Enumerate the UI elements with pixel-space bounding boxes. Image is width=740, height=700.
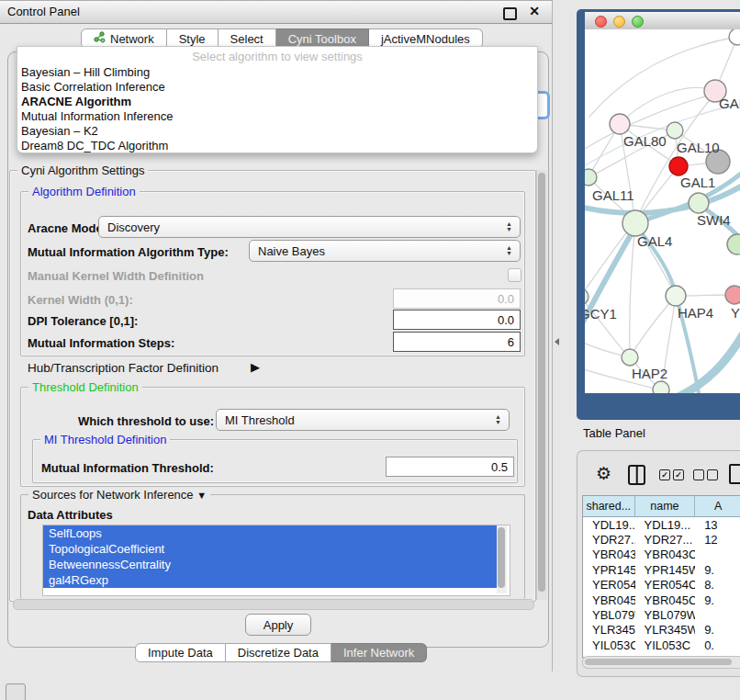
table-cell: 9. — [695, 623, 740, 638]
table-row[interactable]: YLR345WYLR345W9. — [583, 623, 740, 638]
network-node-label: SWI4 — [697, 212, 731, 228]
network-node-label: HAP2 — [632, 366, 667, 381]
network-node[interactable] — [622, 210, 648, 236]
deselect-all-icon[interactable] — [693, 469, 718, 480]
table-row[interactable]: YBL079WYBL079W — [583, 607, 740, 622]
network-node-label: GAL4 — [637, 233, 672, 249]
table-column-header[interactable]: shared... — [583, 496, 635, 517]
table-cell: 9. — [695, 562, 740, 577]
table-row[interactable]: YDR27...YDR27...12 — [583, 532, 740, 547]
network-node[interactable] — [689, 193, 709, 213]
data-attributes-list[interactable]: SelfLoopsTopologicalCoefficientBetweenne… — [42, 525, 510, 596]
network-node[interactable] — [585, 288, 589, 305]
close-traffic-light-icon[interactable] — [595, 16, 607, 28]
network-node-label: GAL — [719, 96, 740, 111]
table-row[interactable]: YIL053CYIL053C0. — [583, 638, 740, 652]
apply-button[interactable]: Apply — [245, 614, 311, 636]
tab-discretize-data[interactable]: Discretize Data — [226, 643, 331, 662]
table-column-header[interactable]: name — [635, 496, 696, 517]
table-cell: YPR145W — [635, 562, 696, 577]
mi-threshold-input[interactable]: 0.5 — [386, 457, 514, 477]
mi-steps-label: Mutual Information Steps: — [28, 336, 174, 350]
network-view-titlebar[interactable] — [585, 12, 740, 30]
network-view-window[interactable]: GALGAL80GAL10GAL1GAL11SWI4GAL4HAP4YGCY1H… — [577, 9, 740, 420]
network-node[interactable] — [653, 381, 669, 393]
network-node-label: Y — [731, 305, 740, 321]
table-cell: YBR045C — [635, 593, 696, 607]
dpi-tolerance-label: DPI Tolerance [0,1]: — [28, 314, 138, 328]
mi-threshold-definition-title: MI Threshold Definition — [40, 433, 170, 446]
threshold-definition-title: Threshold Definition — [28, 380, 142, 394]
table-cell: YDL19... — [583, 517, 635, 532]
network-node[interactable] — [725, 286, 740, 304]
tab-select-label: Select — [230, 32, 263, 46]
attributes-list-scrollbar[interactable] — [497, 525, 507, 593]
stepper-arrows-icon: ▲▼ — [499, 245, 520, 256]
dpi-tolerance-input[interactable]: 0.0 — [393, 310, 521, 330]
table-row[interactable]: YDL19...YDL19...13 — [583, 517, 740, 532]
network-node[interactable] — [669, 157, 688, 175]
table-cell: YIL053C — [635, 638, 696, 652]
algorithm-option[interactable]: Basic Correlation Inference — [21, 80, 533, 95]
columns-icon[interactable] — [628, 465, 645, 485]
table-cell: YER054C — [635, 578, 696, 593]
aracne-mode-value: Discovery — [107, 220, 160, 234]
table-row[interactable]: YPR145WYPR145W9. — [583, 562, 740, 577]
file-icon[interactable] — [729, 464, 740, 484]
tab-impute-data[interactable]: Impute Data — [135, 643, 226, 662]
minimize-traffic-light-icon[interactable] — [613, 16, 625, 28]
float-window-icon[interactable] — [503, 7, 517, 20]
algorithm-option[interactable]: Bayesian – Hill Climbing — [21, 65, 533, 80]
select-all-icon[interactable]: ✓✓ — [659, 469, 684, 480]
data-attribute-item[interactable]: TopologicalCoefficient — [43, 541, 499, 557]
collapse-down-icon[interactable]: ▼ — [196, 490, 207, 501]
control-panel-window: Control Panel ✕ Network Style — [0, 0, 553, 672]
close-icon[interactable]: ✕ — [529, 4, 540, 18]
aracne-mode-select[interactable]: Discovery ▲▼ — [98, 216, 521, 238]
data-attribute-item[interactable]: SelfLoops — [43, 525, 499, 541]
table-cell: YBR043C — [583, 548, 635, 562]
table-row[interactable]: YBR043CYBR043C — [583, 548, 740, 562]
network-node[interactable] — [666, 286, 686, 306]
network-node[interactable] — [610, 114, 630, 134]
expand-right-icon[interactable]: ▶ — [251, 360, 260, 374]
stepper-arrows-icon: ▲▼ — [488, 414, 509, 425]
settings-scrollbar[interactable] — [536, 170, 547, 600]
data-attribute-item[interactable]: BetweennessCentrality — [43, 557, 499, 572]
algorithm-option[interactable]: Mutual Information Inference — [21, 109, 533, 124]
algorithm-option[interactable]: Bayesian – K2 — [21, 124, 533, 139]
zoom-traffic-light-icon[interactable] — [632, 16, 644, 28]
gear-icon[interactable]: ⚙ — [596, 463, 611, 484]
table-row[interactable]: YBR045CYBR045C9. — [583, 593, 740, 607]
network-node[interactable] — [585, 169, 597, 186]
algorithm-definition-title: Algorithm Definition — [28, 185, 140, 198]
network-node[interactable] — [727, 234, 740, 254]
node-table: shared...nameA YDL19...YDL19...13YDR27..… — [582, 495, 740, 658]
which-threshold-select[interactable]: MI Threshold ▲▼ — [216, 409, 510, 431]
apply-button-label: Apply — [263, 618, 294, 632]
algorithm-option[interactable]: Dream8 DC_TDC Algorithm — [21, 139, 533, 153]
network-node[interactable] — [729, 29, 740, 45]
tab-infer-network[interactable]: Infer Network — [331, 643, 427, 662]
table-cell — [695, 548, 740, 562]
algorithm-option[interactable]: ARACNE Algorithm — [21, 95, 533, 109]
mi-algorithm-type-select[interactable]: Naive Bayes ▲▼ — [249, 240, 521, 262]
kernel-width-value: 0.0 — [498, 292, 514, 306]
collapsed-panel-button[interactable] — [6, 683, 26, 700]
table-horizontal-scrollbar[interactable] — [582, 656, 740, 669]
network-canvas[interactable]: GALGAL80GAL10GAL1GAL11SWI4GAL4HAP4YGCY1H… — [585, 29, 740, 393]
panel-split-collapse-icon[interactable] — [555, 338, 559, 345]
manual-kernel-width-checkbox[interactable] — [508, 268, 521, 282]
hub-definition-label[interactable]: Hub/Transcription Factor Definition — [28, 361, 219, 375]
network-node[interactable] — [622, 349, 638, 366]
network-node[interactable] — [667, 122, 683, 139]
table-cell: YPR145W — [583, 562, 635, 577]
table-column-header[interactable]: A — [695, 496, 740, 517]
table-row[interactable]: YER054CYER054C8. — [583, 578, 740, 593]
mi-steps-input[interactable]: 6 — [393, 332, 521, 352]
table-cell — [695, 607, 740, 622]
table-cell: 9. — [695, 593, 740, 607]
data-attributes-label: Data Attributes — [28, 508, 113, 522]
data-attribute-item[interactable]: gal4RGexp — [43, 572, 499, 588]
table-header-row: shared...nameA — [583, 496, 740, 517]
